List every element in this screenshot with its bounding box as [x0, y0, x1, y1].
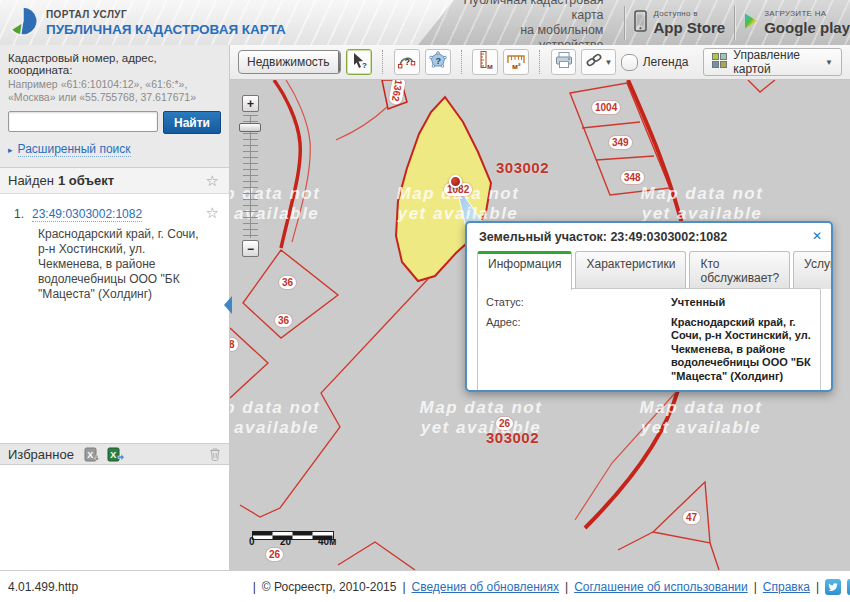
identify-tool-button[interactable]: ? — [346, 49, 372, 75]
separator: | — [816, 580, 819, 594]
parcel-label: 47 — [683, 511, 700, 524]
svg-text:м: м — [487, 62, 493, 70]
zoom-slider-track[interactable] — [243, 115, 258, 238]
separator: | — [565, 580, 568, 594]
map-controls-button[interactable]: Управление картой ▼ — [703, 48, 842, 76]
brand: ПОРТАЛ УСЛУГ ПУБЛИЧНАЯ КАДАСТРОВАЯ КАРТА — [8, 5, 286, 41]
find-button[interactable]: Найти — [163, 111, 221, 134]
separator: | — [754, 580, 757, 594]
chevron-down-icon: ▼ — [825, 58, 833, 67]
divider — [539, 50, 541, 74]
parcel-label: 26 — [266, 548, 283, 561]
ruler-area-icon: м² — [506, 50, 526, 74]
divider — [624, 6, 625, 40]
route-question-icon: ? — [397, 51, 417, 73]
selected-parcel-marker[interactable] — [449, 175, 462, 188]
identify-by-polygon-button[interactable]: ? — [425, 49, 451, 75]
result-address: Краснодарский край, г. Сочи, р-н Хостинс… — [38, 227, 210, 302]
terms-link[interactable]: Соглашение об использовании — [574, 580, 748, 594]
search-input[interactable] — [8, 111, 158, 132]
parcel-label: 1004 — [592, 101, 620, 114]
close-icon[interactable]: ✕ — [812, 229, 822, 243]
import-excel-icon[interactable]: X — [107, 447, 125, 462]
star-icon[interactable]: ☆ — [206, 173, 219, 188]
svg-text:X: X — [87, 450, 93, 460]
ruler-length-icon: м — [476, 50, 494, 74]
svg-text:?: ? — [362, 61, 367, 69]
search-panel: Кадастровый номер, адрес, координата: На… — [0, 45, 229, 168]
chevron-down-icon: ▼ — [605, 58, 613, 67]
footer-links: | © Росреестр, 2010-2015 | Сведения об о… — [253, 579, 850, 595]
parcel-label: 36 — [279, 276, 296, 289]
identify-by-line-button[interactable]: ? — [394, 49, 420, 75]
info-row-area: Уточненная площадь: 2 120.00 кв. м — [486, 389, 812, 392]
map-canvas[interactable]: Map data notyet available Map data notye… — [230, 80, 850, 570]
svg-text:?: ? — [404, 57, 410, 67]
tab-services[interactable]: Услуги — [793, 251, 833, 289]
copyright: © Росреестр, 2010-2015 — [262, 580, 397, 594]
header: ПОРТАЛ УСЛУГ ПУБЛИЧНАЯ КАДАСТРОВАЯ КАРТА… — [0, 0, 850, 46]
polygon-question-icon: ? — [428, 51, 448, 73]
zoom-in-button[interactable]: + — [242, 95, 259, 112]
info-row-address: Адрес: Краснодарский край, г. Сочи, р-н … — [486, 316, 812, 384]
cadastral-number-link[interactable]: 23:49:0303002:1082 — [32, 207, 142, 222]
popup-tabs: Информация Характеристики Кто обслуживае… — [467, 248, 831, 289]
tab-characteristics[interactable]: Характеристики — [575, 251, 686, 289]
map-controls-label: Управление картой — [733, 48, 819, 76]
advanced-search-link[interactable]: ▸ Расширенный поиск — [8, 142, 221, 157]
help-link[interactable]: Справка — [763, 580, 810, 594]
search-result-item: 1. 23:49:0303002:1082 Краснодарский край… — [0, 194, 229, 302]
map-toolbar: Недвижимость ▼ ? ? ? м м² — [230, 45, 850, 80]
updates-link[interactable]: Сведения об обновлениях — [412, 580, 560, 594]
chain-link-icon — [585, 52, 603, 72]
mobile-promo-band: Публичная кадастровая карта на мобильном… — [418, 0, 850, 45]
popup-title: Земельный участок: 23:49:0303002:1082 — [467, 223, 831, 248]
twitter-icon[interactable] — [825, 579, 841, 595]
googleplay-badge[interactable]: ЗАГРУЗИТЕ НА Google play — [744, 9, 850, 36]
parcel-label: 36 — [275, 314, 292, 327]
portal-label: ПОРТАЛ УСЛУГ — [46, 9, 286, 20]
tab-information[interactable]: Информация — [477, 251, 572, 290]
parcel-label: 348 — [621, 171, 644, 184]
site-title: ПУБЛИЧНАЯ КАДАСТРОВАЯ КАРТА — [46, 22, 286, 37]
scale-tick: 0 — [249, 536, 255, 547]
printer-icon — [554, 51, 574, 73]
result-index: 1. — [14, 207, 24, 222]
cursor-question-icon: ? — [350, 51, 368, 73]
zoom-out-button[interactable]: − — [242, 240, 259, 257]
scale-tick: 40м — [318, 536, 337, 547]
print-button[interactable] — [551, 49, 577, 75]
sidebar-collapse-arrow[interactable] — [224, 296, 232, 314]
separator: | — [253, 580, 256, 594]
divider — [382, 50, 384, 74]
permalink-button[interactable]: ▼ — [581, 49, 615, 75]
trash-icon[interactable] — [209, 447, 221, 461]
layers-grid-icon — [712, 53, 727, 71]
sidebar: Кадастровый номер, адрес, координата: На… — [0, 45, 230, 570]
popup-content: Статус: Учтенный Адрес: Краснодарский кр… — [477, 288, 821, 392]
chevron-down-icon: ▼ — [338, 51, 342, 73]
app-window: ПОРТАЛ УСЛУГ ПУБЛИЧНАЯ КАДАСТРОВАЯ КАРТА… — [0, 0, 850, 602]
search-hint: Например «61:6:10104:12», «61:6:*», «Мос… — [8, 78, 221, 104]
legend-checkbox[interactable] — [621, 54, 638, 71]
parcel-label: 349 — [609, 136, 632, 149]
favorites-bar: Избранное X X — [0, 443, 229, 465]
zoom-slider-handle[interactable] — [239, 123, 261, 132]
measure-distance-button[interactable]: м — [472, 49, 498, 75]
brand-text: ПОРТАЛ УСЛУГ ПУБЛИЧНАЯ КАДАСТРОВАЯ КАРТА — [46, 9, 286, 37]
tab-who-serves[interactable]: Кто обслуживает? — [689, 251, 790, 289]
star-icon[interactable]: ☆ — [206, 205, 219, 220]
quarter-label: 303002 — [486, 429, 539, 446]
measure-area-button[interactable]: м² — [503, 49, 529, 75]
divider — [734, 6, 735, 40]
appstore-badge[interactable]: Доступно в App Store — [634, 9, 725, 36]
layer-select-value: Недвижимость — [239, 51, 338, 73]
export-excel-icon[interactable]: X — [84, 447, 101, 462]
parcel-info-popup: Земельный участок: 23:49:0303002:1082 ✕ … — [465, 221, 833, 392]
svg-text:X: X — [110, 450, 116, 460]
svg-text:м²: м² — [512, 62, 521, 70]
mobile-promo-text: Публичная кадастровая карта на мобильном… — [462, 0, 615, 46]
legend-control: Легенда — [621, 54, 689, 71]
layer-select-dropdown[interactable]: Недвижимость ▼ — [238, 50, 341, 74]
quarter-label: 303002 — [496, 159, 549, 176]
